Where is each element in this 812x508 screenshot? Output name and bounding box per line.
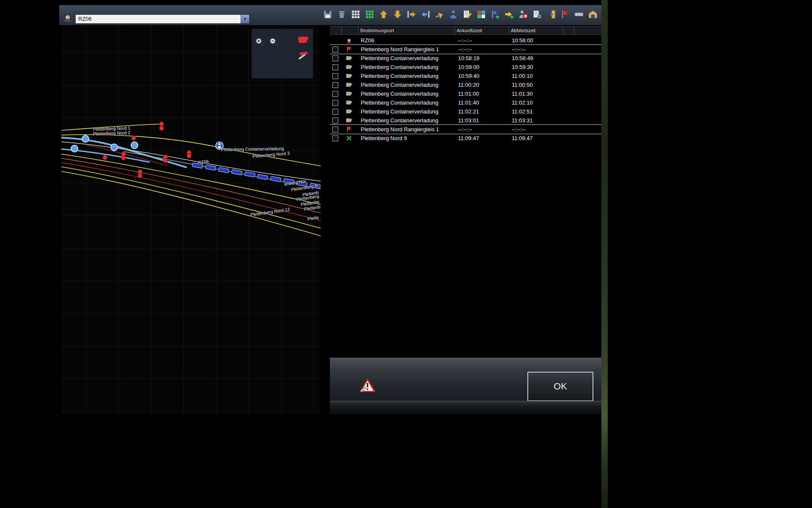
checkbox-cell xyxy=(330,54,342,63)
depot-icon[interactable] xyxy=(587,8,599,20)
track-map[interactable]: Plettenberg Nord 1Plettenberg Nord 2Plet… xyxy=(61,26,321,414)
table-row[interactable]: Plettenberg Containerverladung11:03:0111… xyxy=(330,116,601,125)
train-rz06 xyxy=(192,163,320,188)
checkbox-cell xyxy=(330,45,342,54)
table-row[interactable]: Plettenberg Containerverladung10:59:0010… xyxy=(330,63,601,72)
chevron-down-icon[interactable]: ▼ xyxy=(241,15,249,23)
arrival-cell: 11:02:21 xyxy=(455,107,509,116)
checkbox-cell xyxy=(330,80,342,89)
row-checkbox[interactable] xyxy=(332,127,338,133)
route-grid-icon[interactable] xyxy=(475,8,487,20)
col-header-destination: Bestimmungsort xyxy=(359,27,455,34)
exit-door-icon[interactable] xyxy=(545,8,557,20)
checkbox-cell xyxy=(330,98,342,107)
schedule-table: Bestimmungsort Ankunftszeit Abfahrtszeit… xyxy=(330,25,601,358)
edit-list-icon[interactable] xyxy=(461,8,473,20)
station-icon xyxy=(342,54,359,63)
arrival-cell: 10:58:19 xyxy=(455,54,509,63)
remove-person-icon[interactable] xyxy=(517,8,529,20)
arrival-cell: --:--:-- xyxy=(455,125,509,134)
departure-cell: 11:00:10 xyxy=(509,72,563,80)
table-row[interactable]: Plettenberg Nord 911:09:4711:09:47 xyxy=(330,134,601,143)
station-icon xyxy=(342,89,359,98)
station-icon xyxy=(342,98,359,107)
col-header-checkbox xyxy=(330,27,342,34)
station-icon xyxy=(342,107,359,116)
insert-after-icon[interactable] xyxy=(420,8,431,20)
destination-cell: Plettenberg Containerverladung xyxy=(359,107,455,116)
save-icon[interactable] xyxy=(322,8,334,20)
timetable-icon[interactable] xyxy=(573,8,585,20)
departure-cell: 11:02:51 xyxy=(509,107,563,116)
departure-cell: 11:00:50 xyxy=(509,80,563,89)
arrival-cell: 10:59:00 xyxy=(455,63,509,72)
destination-cell: Plettenberg Nord Rangiergleis 1 xyxy=(359,45,455,54)
row-checkbox[interactable] xyxy=(332,91,338,97)
arrival-cell: --:--:-- xyxy=(455,45,509,54)
col-header-arrival: Ankunftszeit xyxy=(455,27,509,34)
departure-cell: --:--:-- xyxy=(509,125,563,134)
col-header-icon xyxy=(342,27,359,34)
table-row[interactable]: RZ06--:--:--10:56:00 xyxy=(330,36,601,45)
row-checkbox[interactable] xyxy=(332,118,338,124)
table-row[interactable]: Plettenberg Nord Rangiergleis 1--:--:---… xyxy=(330,45,601,54)
add-arrow-icon[interactable] xyxy=(503,8,515,20)
destination-cell: Plettenberg Containerverladung xyxy=(359,89,455,98)
table-row[interactable]: Plettenberg Containerverladung11:01:4011… xyxy=(330,98,601,107)
departure-cell: 10:59:30 xyxy=(509,63,563,72)
arrival-cell: --:--:-- xyxy=(455,36,509,45)
departure-cell: 10:58:49 xyxy=(509,54,563,63)
departure-cell: --:--:-- xyxy=(509,45,563,54)
red-flag-icon[interactable] xyxy=(559,8,571,20)
checkbox-cell xyxy=(330,107,342,116)
table-row[interactable]: Plettenberg Containerverladung10:58:1910… xyxy=(330,54,601,63)
table-row[interactable]: Plettenberg Containerverladung10:59:4011… xyxy=(330,72,601,80)
row-checkbox[interactable] xyxy=(332,47,338,52)
zoom-in-icon[interactable] xyxy=(254,36,265,47)
arrival-cell: 11:03:01 xyxy=(455,116,509,125)
checkbox-cell xyxy=(330,116,342,125)
document-settings-icon[interactable] xyxy=(531,8,543,20)
add-flag-icon[interactable] xyxy=(489,8,501,20)
insert-before-icon[interactable] xyxy=(406,8,417,20)
checkbox-cell xyxy=(330,72,342,80)
row-checkbox[interactable] xyxy=(332,64,338,70)
toolbar xyxy=(322,8,599,20)
row-checkbox[interactable] xyxy=(332,82,338,88)
col-header-empty xyxy=(563,27,574,34)
signal-edit-icon[interactable] xyxy=(296,49,310,60)
row-checkbox[interactable] xyxy=(332,109,338,115)
delete-icon[interactable] xyxy=(336,8,348,20)
world-background-strip xyxy=(601,0,608,508)
destination-cell: Plettenberg Containerverladung xyxy=(359,72,455,80)
departure-cell: 11:03:31 xyxy=(509,116,563,125)
move-down-icon[interactable] xyxy=(392,8,403,20)
window-header: RZ06 ▼ xyxy=(59,5,601,25)
train-select[interactable]: RZ06 ▼ xyxy=(75,14,250,24)
row-checkbox[interactable] xyxy=(332,135,338,141)
signal-red-icon[interactable] xyxy=(296,35,310,45)
hand-icon[interactable] xyxy=(433,8,445,20)
row-checkbox[interactable] xyxy=(332,73,338,79)
table-row[interactable]: Plettenberg Containerverladung11:02:2111… xyxy=(330,107,601,116)
map-tools-panel xyxy=(252,29,313,78)
zoom-out-icon[interactable] xyxy=(268,36,279,47)
flag-icon xyxy=(342,125,359,134)
grid-green-icon[interactable] xyxy=(364,8,376,20)
person-icon[interactable] xyxy=(447,8,459,20)
destination-cell: Plettenberg Containerverladung xyxy=(359,54,455,63)
destination-cell: Plettenberg Containerverladung xyxy=(359,116,455,125)
checkbox-cell xyxy=(330,134,342,143)
move-up-icon[interactable] xyxy=(378,8,390,20)
row-checkbox[interactable] xyxy=(332,100,338,106)
col-header-empty xyxy=(574,27,601,34)
table-row[interactable]: Plettenberg Containerverladung11:00:2011… xyxy=(330,80,601,89)
table-row[interactable]: Plettenberg Containerverladung11:01:0011… xyxy=(330,89,601,98)
grid-icon[interactable] xyxy=(350,8,362,20)
row-checkbox[interactable] xyxy=(332,55,338,61)
arrival-cell: 10:59:40 xyxy=(455,72,509,80)
departure-cell: 11:02:10 xyxy=(509,98,563,107)
ok-button[interactable]: OK xyxy=(527,372,593,401)
table-row[interactable]: Plettenberg Nord Rangiergleis 1--:--:---… xyxy=(330,125,601,134)
train-select-value: RZ06 xyxy=(76,15,241,23)
